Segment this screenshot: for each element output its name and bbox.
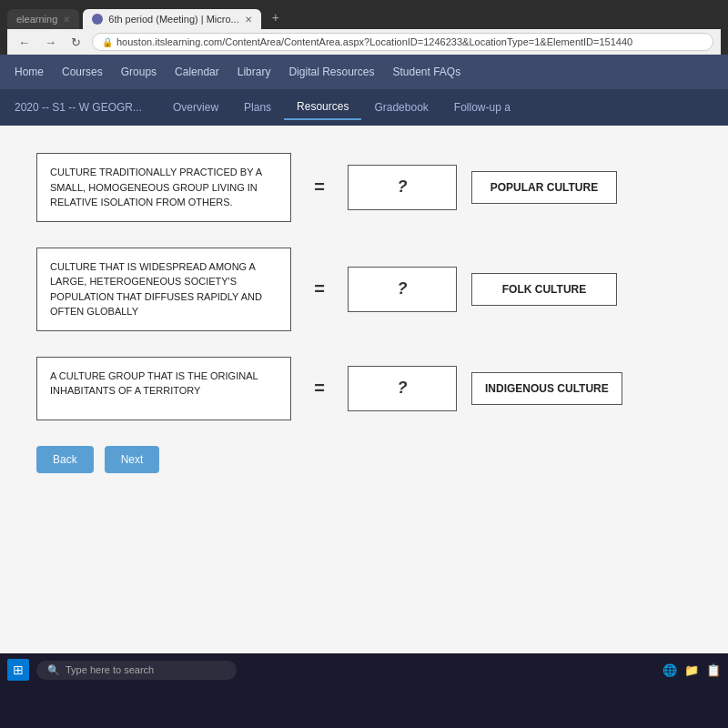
equals-sign-3: = [306,378,333,399]
tab-plans[interactable]: Plans [231,96,284,119]
browser-chrome: elearning ✕ 6th period (Meeting) | Micro… [0,0,728,55]
start-button[interactable]: ⊞ [7,659,29,681]
taskbar: ⊞ 🔍 Type here to search 🌐 📁 📋 [0,653,728,686]
tab-active-label: 6th period (Meeting) | Micro... [108,14,238,25]
answer-text-1: ? [398,177,408,197]
nav-home[interactable]: Home [15,62,44,82]
nav-digital-resources[interactable]: Digital Resources [288,62,374,82]
label-box-2: FOLK CULTURE [471,273,617,306]
app-navbar: Home Courses Groups Calendar Library Dig… [0,55,728,89]
definition-box-3: A CULTURE GROUP THAT IS THE ORIGINAL INH… [36,357,291,420]
tab-overview[interactable]: Overview [160,96,231,119]
matching-row-1: CULTURE TRADITIONALLY PRACTICED BY A SMA… [36,153,692,222]
matching-row-2: CULTURE THAT IS WIDESPREAD AMONG A LARGE… [36,248,692,331]
answer-box-1[interactable]: ? [348,165,457,210]
definition-box-2: CULTURE THAT IS WIDESPREAD AMONG A LARGE… [36,248,291,331]
refresh-button[interactable]: ↻ [67,34,85,51]
back-nav-button[interactable]: ← [15,34,34,51]
nav-calendar[interactable]: Calendar [175,62,219,82]
back-button[interactable]: Back [36,446,94,473]
equals-sign-2: = [306,278,333,299]
label-text-2: FOLK CULTURE [502,283,586,296]
tab-followup[interactable]: Follow-up a [441,96,523,119]
definition-text-3: A CULTURE GROUP THAT IS THE ORIGINAL INH… [50,370,258,397]
main-content: CULTURE TRADITIONALLY PRACTICED BY A SMA… [0,126,728,653]
answer-text-3: ? [398,379,408,398]
nav-groups[interactable]: Groups [121,62,157,82]
url-text: houston.itslearning.com/ContentArea/Cont… [116,36,632,47]
nav-student-faqs[interactable]: Student FAQs [393,62,461,82]
taskbar-app-icon[interactable]: 📋 [706,663,721,677]
address-bar: ← → ↻ 🔒 houston.itslearning.com/ContentA… [7,29,721,55]
answer-box-3[interactable]: ? [348,366,457,411]
new-tab-button[interactable]: + [265,5,287,29]
label-box-1: POPULAR CULTURE [471,171,617,204]
forward-nav-button[interactable]: → [41,34,60,51]
taskbar-explorer-icon[interactable]: 📁 [684,663,699,677]
label-box-3: INDIGENOUS CULTURE [471,372,622,405]
course-title[interactable]: 2020 -- S1 -- W GEOGR... [15,101,142,114]
nav-library[interactable]: Library [238,62,271,82]
definition-box-1: CULTURE TRADITIONALLY PRACTICED BY A SMA… [36,153,291,222]
tab-gradebook[interactable]: Gradebook [361,96,440,119]
tab-resources[interactable]: Resources [284,95,361,120]
definition-text-2: CULTURE THAT IS WIDESPREAD AMONG A LARGE… [50,261,262,318]
sub-navbar: 2020 -- S1 -- W GEOGR... Overview Plans … [0,89,728,126]
search-icon: 🔍 [47,664,60,676]
search-placeholder: Type here to search [66,664,154,675]
url-input[interactable]: 🔒 houston.itslearning.com/ContentArea/Co… [92,33,713,51]
taskbar-edge-icon[interactable]: 🌐 [662,663,677,677]
nav-courses[interactable]: Courses [62,62,103,82]
answer-box-2[interactable]: ? [348,267,457,312]
equals-sign-1: = [306,177,333,197]
tab-label: elearning [16,14,57,25]
answer-text-2: ? [398,279,408,298]
tab-active[interactable]: 6th period (Meeting) | Micro... ✕ [83,9,260,29]
lock-icon: 🔒 [102,37,113,47]
tab-close-icon[interactable]: ✕ [63,15,70,25]
label-text-1: POPULAR CULTURE [490,181,598,194]
taskbar-search[interactable]: 🔍 Type here to search [36,661,237,680]
label-text-3: INDIGENOUS CULTURE [485,382,609,395]
tab-active-close-icon[interactable]: ✕ [245,15,252,25]
button-row: Back Next [36,446,692,473]
taskbar-system-icons: 🌐 📁 📋 [662,663,721,677]
next-button[interactable]: Next [105,446,160,473]
teams-icon [92,14,103,25]
matching-row-3: A CULTURE GROUP THAT IS THE ORIGINAL INH… [36,357,692,420]
tab-bar: elearning ✕ 6th period (Meeting) | Micro… [7,5,721,29]
definition-text-1: CULTURE TRADITIONALLY PRACTICED BY A SMA… [50,167,262,207]
tab-elearning[interactable]: elearning ✕ [7,9,79,29]
